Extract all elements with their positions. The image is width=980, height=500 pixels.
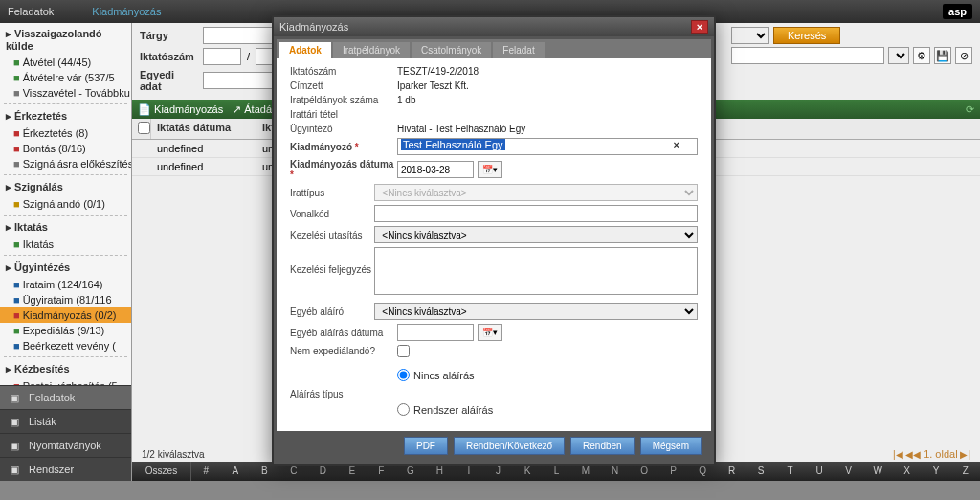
clear-icon[interactable]: ⊘ [955,47,972,64]
alpha-filter[interactable]: Y [922,462,951,481]
bottom-nav-item[interactable]: ▣Rendszer [0,457,131,481]
col-date[interactable]: Iktatás dátuma [151,119,256,139]
sidebar-item[interactable]: ■Érkeztetés (8) [0,125,131,141]
radio-nincs[interactable]: Nincs aláírás [397,369,698,381]
tree-group[interactable]: ▸ Iktatás [0,218,131,237]
kiadmanyozo-input[interactable]: Test Felhasználó Egy× [397,138,698,155]
pager: |◀ ◀◀ 1. oldal ▶| [893,448,970,460]
dialog-kiadmanyozas: Kiadmányozás × AdatokIratpéldányokCsatol… [272,15,716,466]
search-input[interactable] [731,47,884,64]
dialog-tab[interactable]: Feladat [493,42,544,58]
save-icon[interactable]: 💾 [934,47,951,64]
sidebar-item[interactable]: ■Expediálás (9/13) [0,323,131,338]
gear-icon[interactable]: ⚙ [913,47,930,64]
sidebar: ▸ Visszaigazolandó külde■Átvétel (44/45)… [0,23,132,481]
sidebar-item[interactable]: ■Beérkezett vevény ( [0,338,131,353]
clear-kiadm-icon[interactable]: × [674,139,679,150]
radio-rendszer[interactable]: Rendszer aláírás [397,403,698,416]
dialog-tab[interactable]: Csatolmányok [412,42,491,58]
sidebar-item[interactable]: ■Bontás (8/16) [0,141,131,156]
sidebar-item[interactable]: ■Visszavétel - Továbbku [0,85,131,101]
irattipus-select: <Nincs kiválasztva> [374,184,698,201]
alpha-filter[interactable]: S [746,462,776,481]
nemexp-checkbox[interactable] [397,345,410,357]
toolbar-kiadm[interactable]: 📄 Kiadmányozás [138,103,223,116]
filter-iktato-label: Iktatószám [140,51,197,62]
tree-group[interactable]: ▸ Szignálás [0,178,131,196]
selection-count: 1/2 kiválasztva [142,449,205,460]
val-cimzett: Iparker Teszt Kft. [397,80,698,91]
vonalkod-input[interactable] [374,205,698,222]
page-title: Kiadmányozás [92,6,161,17]
app-section-title: Feladatok [8,6,54,17]
val-iktatoszam: TESZT/419-2/2018 [397,66,698,77]
val-ugyintezo: Hivatal - Test Felhasználó Egy [397,124,698,134]
sidebar-item[interactable]: ■Szignálásra előkészítés [0,156,131,171]
sidebar-item[interactable]: ■Iktatás [0,237,131,252]
filter-egyedi-label: Egyedi adat [140,69,197,92]
sidebar-item[interactable]: ■Szignálandó (0/1) [0,196,131,212]
alpha-filter[interactable]: V [834,462,863,481]
sidebar-item[interactable]: ■Irataim (124/164) [0,277,131,292]
bottom-nav-item[interactable]: ▣Feladatok [0,385,131,409]
filter-iktato-1[interactable] [203,48,241,65]
egyebdatum-input[interactable] [397,324,474,341]
dialog-tab[interactable]: Adatok [279,42,331,58]
tree-group[interactable]: ▸ Visszaigazolandó külde [0,25,131,55]
alpha-filter[interactable]: Összes [132,462,191,481]
search-button[interactable]: Keresés [773,27,840,44]
val-iratpeld: 1 db [397,95,698,105]
alpha-filter[interactable]: R [717,462,746,481]
kezfel-textarea[interactable] [374,247,698,295]
kezut-select[interactable]: <Nincs kiválasztva> [374,226,698,243]
dialog-title: Kiadmányozás [279,21,348,33]
tree-group[interactable]: ▸ Ügyintézés [0,259,131,277]
egyebalairo-select[interactable]: <Nincs kiválasztva> [374,303,698,320]
calendar-icon[interactable]: 📅▾ [478,161,502,178]
alpha-filter[interactable]: U [805,462,835,481]
calendar-icon[interactable]: 📅▾ [478,324,502,341]
bottom-nav-item[interactable]: ▣Nyomtatványok [0,433,131,457]
search-aux-select[interactable] [888,47,909,64]
tree-group[interactable]: ▸ Kézbesítés [0,360,131,378]
sidebar-item[interactable]: ■Postai kézbesítés (5 [0,378,131,385]
alpha-filter[interactable]: T [775,462,805,481]
rendben-button[interactable]: Rendben [570,437,635,455]
sidebar-item[interactable]: ■Átvételre vár (537/5 [0,70,131,85]
alpha-filter[interactable]: W [863,462,893,481]
bottom-nav-item[interactable]: ▣Listák [0,409,131,433]
logo: asp [943,4,972,19]
rendben-kovetkezo-button[interactable]: Rendben/Következő [454,437,565,455]
alpha-filter[interactable]: # [191,462,221,481]
alpha-filter[interactable]: X [892,462,922,481]
pdf-button[interactable]: PDF [404,437,448,455]
sidebar-item[interactable]: ■Kiadmányozás (0/2) [0,307,131,323]
sidebar-item[interactable]: ■Átvétel (44/45) [0,55,131,70]
dialog-tab[interactable]: Iratpéldányok [333,42,410,58]
sidebar-item[interactable]: ■Ügyirataim (81/116 [0,292,131,307]
alpha-filter[interactable]: A [221,462,251,481]
close-icon[interactable]: × [691,20,708,34]
tree-group[interactable]: ▸ Érkeztetés [0,107,131,125]
search-type-select[interactable] [731,27,769,44]
datum-input[interactable] [397,161,474,178]
toolbar-atadas[interactable]: ↗ Átadás [233,103,277,116]
alpha-filter[interactable]: Z [950,462,980,481]
filter-targy-label: Tárgy [140,30,197,41]
refresh-icon[interactable]: ⟳ [966,103,974,116]
select-all-checkbox[interactable] [138,122,150,134]
megsem-button[interactable]: Mégsem [640,437,702,455]
